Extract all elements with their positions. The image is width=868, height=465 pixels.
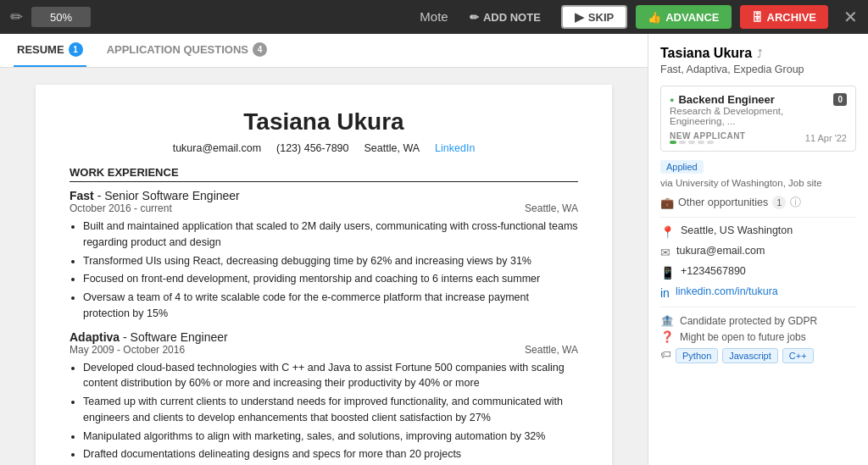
candidate-name-row: Tasiana Ukura ⤴ bbox=[660, 46, 856, 61]
skill-python: Python bbox=[676, 348, 718, 363]
list-item: Oversaw a team of 4 to write scalable co… bbox=[83, 290, 578, 322]
left-panel: RESUME 1 APPLICATION QUESTIONS 4 Tasiana… bbox=[0, 34, 648, 465]
location-icon: 📍 bbox=[660, 225, 675, 239]
list-item: Built and maintained application that sc… bbox=[83, 219, 578, 251]
candidate-location: Seattle, US Washington bbox=[681, 224, 793, 236]
app-questions-badge: 4 bbox=[253, 42, 267, 57]
other-opportunities-badge: 1 bbox=[772, 196, 786, 209]
job-date-adaptiva: May 2009 - October 2016 bbox=[70, 344, 185, 356]
zoom-input[interactable] bbox=[31, 7, 91, 27]
job-card-stage-badge: 0 bbox=[833, 93, 847, 106]
archive-button[interactable]: 🗄 ARCHIVE bbox=[740, 5, 829, 29]
question-icon: ❓ bbox=[660, 330, 674, 343]
tabs-bar: RESUME 1 APPLICATION QUESTIONS 4 bbox=[0, 34, 648, 68]
stage-progress bbox=[670, 141, 745, 144]
share-icon[interactable]: ⤴ bbox=[757, 47, 763, 60]
pencil-icon: ✏ bbox=[470, 11, 479, 24]
list-item: Manipulated algorithms to align with mar… bbox=[83, 429, 578, 445]
advance-button[interactable]: 👍 ADVANCE bbox=[636, 5, 731, 29]
location-row: 📍 Seattle, US Washington bbox=[660, 224, 856, 239]
other-opportunities-row: 💼 Other opportunities 1 ⓘ bbox=[660, 195, 856, 210]
candidate-name: Tasiana Ukura bbox=[660, 46, 752, 61]
list-item: Teamed up with current clients to unders… bbox=[83, 394, 578, 426]
linkedin-icon: in bbox=[660, 286, 670, 300]
candidate-company: Fast, Adaptiva, Expedia Group bbox=[660, 64, 856, 75]
list-item: Focused on front-end development, provid… bbox=[83, 271, 578, 287]
gdpr-row: 🏦 Candidate protected by GDPR bbox=[660, 314, 856, 327]
job-card-title: Backend Engineer bbox=[678, 93, 774, 106]
future-jobs-row: ❓ Might be open to future jobs bbox=[660, 330, 856, 343]
candidate-phone: +1234567890 bbox=[681, 265, 746, 277]
job-location-adaptiva: Seattle, WA bbox=[525, 344, 578, 356]
linkedin-row: in linkedin.com/in/tukura bbox=[660, 285, 856, 300]
candidate-email: tukura@email.com bbox=[676, 245, 765, 257]
job-card-date: 11 Apr '22 bbox=[805, 133, 847, 143]
gdpr-text: Candidate protected by GDPR bbox=[680, 315, 817, 327]
briefcase-icon: 💼 bbox=[660, 197, 674, 209]
list-item: Developed cloud-based technologies with … bbox=[83, 360, 578, 392]
app-title: Mote bbox=[420, 9, 448, 24]
tab-resume[interactable]: RESUME 1 bbox=[14, 34, 86, 67]
tag-icon: 🏷 bbox=[660, 348, 671, 363]
archive-icon: 🗄 bbox=[752, 11, 763, 24]
job-date-fast: October 2016 - current bbox=[70, 202, 172, 214]
topbar: ✏ Mote ✏ ADD NOTE ▶ SKIP 👍 ADVANCE 🗄 ARC… bbox=[0, 0, 868, 34]
resume-email: tukura@email.com bbox=[173, 142, 261, 154]
job-title-adaptiva: Adaptiva - Software Engineer bbox=[70, 330, 228, 344]
add-note-button[interactable]: ✏ ADD NOTE bbox=[458, 5, 553, 29]
list-item: Transformed UIs using React, decreasing … bbox=[83, 253, 578, 269]
resume-area: Tasiana Ukura tukura@email.com (123) 456… bbox=[0, 68, 648, 465]
job-entry-adaptiva: Adaptiva - Software Engineer May 2009 - … bbox=[70, 330, 578, 463]
job-entry-fast: Fast - Senior Software Engineer October … bbox=[70, 189, 578, 322]
job-card-dept: Research & Development, Engineering, ... bbox=[670, 106, 833, 126]
phone-row: 📱 +1234567890 bbox=[660, 265, 856, 280]
applied-via: via University of Washington, Job site bbox=[660, 178, 822, 188]
tab-application-questions[interactable]: APPLICATION QUESTIONS 4 bbox=[103, 34, 270, 67]
future-jobs-text: Might be open to future jobs bbox=[680, 331, 806, 343]
job-location-fast: Seattle, WA bbox=[525, 202, 578, 214]
thumbs-up-icon: 👍 bbox=[648, 11, 661, 24]
skills-row: 🏷 Python Javascript C++ bbox=[660, 348, 856, 363]
phone-icon: 📱 bbox=[660, 266, 675, 280]
close-button[interactable]: ✕ bbox=[843, 7, 858, 27]
email-icon: ✉ bbox=[660, 246, 670, 259]
logo-icon: ✏ bbox=[10, 8, 23, 26]
resume-phone: (123) 456-7890 bbox=[276, 142, 348, 154]
bank-icon: 🏦 bbox=[660, 314, 674, 327]
info-circle-icon: ⓘ bbox=[790, 195, 801, 210]
job-bullets-adaptiva: Developed cloud-based technologies with … bbox=[70, 360, 578, 463]
skill-cpp: C++ bbox=[782, 348, 814, 363]
stage-label: NEW APPLICANT bbox=[670, 131, 745, 141]
candidate-name-resume: Tasiana Ukura bbox=[70, 108, 578, 136]
resume-linkedin-link[interactable]: LinkedIn bbox=[435, 142, 475, 154]
other-opportunities-label: Other opportunities bbox=[678, 197, 768, 208]
work-experience-title: WORK EXPERIENCE bbox=[70, 166, 578, 182]
contact-line: tukura@email.com (123) 456-7890 Seattle,… bbox=[70, 142, 578, 154]
job-title-fast: Fast - Senior Software Engineer bbox=[70, 189, 240, 202]
skill-javascript: Javascript bbox=[722, 348, 778, 363]
list-item: Drafted documentations delineating desig… bbox=[83, 446, 578, 462]
email-row: ✉ tukura@email.com bbox=[660, 245, 856, 259]
applied-tag: Applied bbox=[660, 160, 704, 174]
resume-location: Seattle, WA bbox=[364, 142, 420, 154]
resume-badge: 1 bbox=[69, 42, 83, 57]
job-card: ● Backend Engineer Research & Developmen… bbox=[660, 86, 856, 152]
skip-button[interactable]: ▶ SKIP bbox=[561, 5, 627, 29]
resume-document: Tasiana Ukura tukura@email.com (123) 456… bbox=[36, 85, 612, 465]
right-panel: Tasiana Ukura ⤴ Fast, Adaptiva, Expedia … bbox=[648, 34, 868, 465]
skip-arrow-icon: ▶ bbox=[575, 10, 584, 24]
job-bullets-fast: Built and maintained application that sc… bbox=[70, 219, 578, 322]
applied-row: Applied via University of Washington, Jo… bbox=[660, 160, 856, 188]
linkedin-link[interactable]: linkedin.com/in/tukura bbox=[676, 285, 778, 297]
